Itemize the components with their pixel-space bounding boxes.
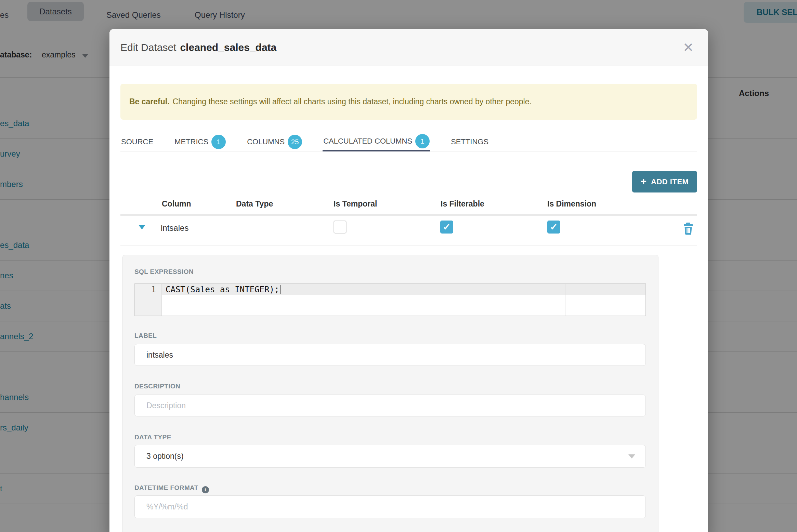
add-item-label: ADD ITEM [651, 177, 689, 186]
sql-expression-editor[interactable]: 1 CAST(Sales as INTEGER); [134, 283, 646, 316]
expanded-column-panel: SQL EXPRESSION 1 CAST(Sales as INTEGER);… [122, 255, 658, 532]
modal-header: Edit Dataset cleaned_sales_data ✕ [109, 29, 708, 66]
tab-count-badge: 1 [211, 135, 226, 149]
text-cursor [280, 285, 280, 294]
tab-count-badge: 25 [288, 135, 302, 149]
label-input[interactable] [134, 344, 646, 366]
warning-banner-text: Changing these settings will affect all … [173, 97, 532, 106]
column-header-data-type: Data Type [236, 199, 273, 209]
sql-expression-label: SQL EXPRESSION [134, 268, 194, 276]
tab-metrics[interactable]: METRICS1 [174, 132, 226, 151]
tab-label: SETTINGS [451, 137, 488, 146]
warning-banner: Be careful. Changing these settings will… [120, 84, 697, 120]
tab-calculated-columns[interactable]: CALCULATED COLUMNS1 [323, 132, 430, 151]
is-temporal-checkbox[interactable] [334, 221, 347, 234]
data-type-select-value: 3 option(s) [146, 452, 184, 461]
add-item-button[interactable]: + ADD ITEM [632, 171, 697, 192]
is-dimension-checkbox[interactable] [547, 221, 560, 234]
tab-source[interactable]: SOURCE [120, 132, 154, 151]
modal-title-dataset-name: cleaned_sales_data [180, 42, 276, 53]
close-icon[interactable]: ✕ [683, 41, 694, 54]
column-header-is-dimension: Is Dimension [547, 199, 596, 209]
column-header-is-temporal: Is Temporal [334, 199, 377, 209]
label-field-label: LABEL [134, 332, 157, 340]
tab-count-badge: 1 [415, 134, 430, 148]
column-header-is-filterable: Is Filterable [441, 199, 484, 209]
calculated-column-name: intsales [161, 223, 188, 233]
modal-tab-bar: SOURCEMETRICS1COLUMNS25CALCULATED COLUMN… [120, 132, 697, 151]
datetime-format-field-label: DATETIME FORMATi [134, 484, 209, 493]
warning-banner-bold: Be careful. [129, 97, 170, 106]
screen: es Datasets Saved Queries Query History … [0, 0, 797, 532]
header-divider [120, 214, 697, 216]
tab-label: METRICS [174, 137, 208, 146]
datetime-format-input[interactable] [134, 495, 646, 518]
tab-columns[interactable]: COLUMNS25 [246, 132, 303, 151]
description-field-label: DESCRIPTION [134, 383, 180, 390]
column-header-column: Column [162, 199, 191, 209]
tab-label: COLUMNS [247, 137, 285, 146]
row-divider [120, 245, 697, 246]
editor-line-number: 1 [151, 285, 156, 294]
tab-label: SOURCE [121, 137, 153, 146]
editor-print-margin [565, 284, 565, 316]
edit-dataset-modal: Edit Dataset cleaned_sales_data ✕ Be car… [109, 29, 708, 532]
tab-label: CALCULATED COLUMNS [323, 137, 412, 146]
collapse-caret-icon[interactable] [139, 225, 145, 229]
trash-icon[interactable] [683, 223, 693, 236]
info-icon: i [202, 486, 209, 493]
data-type-field-label: DATA TYPE [134, 434, 171, 441]
editor-gutter: 1 [135, 284, 162, 316]
is-filterable-checkbox[interactable] [440, 221, 453, 234]
modal-title: Edit Dataset [120, 42, 176, 53]
data-type-select[interactable]: 3 option(s) [134, 445, 646, 468]
chevron-down-icon [628, 454, 635, 458]
description-input[interactable] [134, 395, 646, 416]
plus-icon: + [641, 176, 647, 186]
tab-settings[interactable]: SETTINGS [450, 132, 489, 151]
editor-code-line: CAST(Sales as INTEGER); [166, 285, 280, 294]
